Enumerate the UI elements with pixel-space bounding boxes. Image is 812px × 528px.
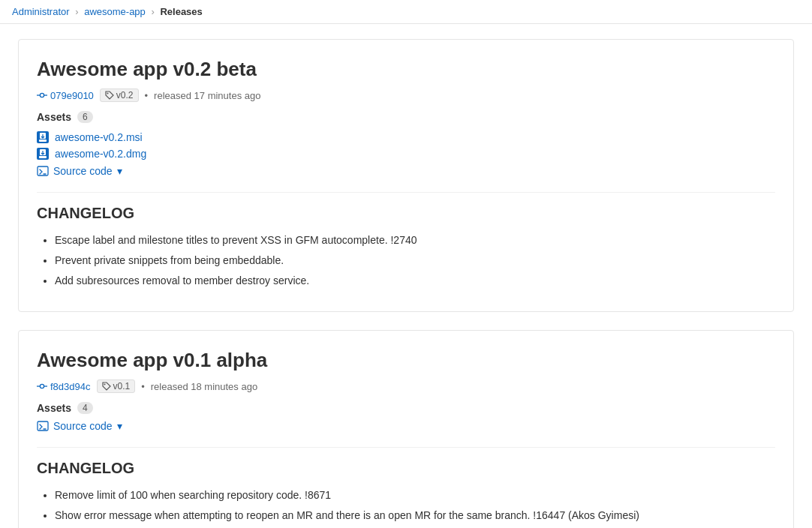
source-code-link-1[interactable]: Source code ▾	[37, 165, 775, 177]
changelog-item: Escape label and milestone titles to pre…	[55, 232, 775, 248]
asset-download-icon	[37, 131, 49, 143]
svg-rect-8	[38, 166, 48, 176]
source-code-chevron-1: ▾	[117, 165, 122, 177]
changelog-title-1: CHANGELOG	[37, 205, 775, 222]
release-item-2: Awesome app v0.1 alpha f8d3d94c v0.1 • r…	[18, 330, 794, 528]
release-meta-2: f8d3d94c v0.1 • released 18 minutes ago	[37, 380, 775, 393]
tag-icon-2	[102, 382, 111, 391]
breadcrumb: Administrator › awesome-app › Releases	[0, 0, 812, 24]
asset-msi-link[interactable]: awesome-v0.2.msi	[37, 129, 775, 146]
assets-count-2: 4	[77, 402, 93, 414]
breadcrumb-current: Releases	[160, 6, 202, 17]
release-item: Awesome app v0.2 beta 079e9010 v0.2 • re…	[18, 39, 794, 312]
svg-rect-13	[38, 422, 48, 430]
assets-label-2: Assets	[37, 402, 71, 414]
release-meta: 079e9010 v0.2 • released 17 minutes ago	[37, 88, 775, 102]
meta-separator: •	[145, 90, 149, 101]
asset-dmg-link[interactable]: awesome-v0.2.dmg	[37, 146, 775, 162]
svg-rect-7	[39, 156, 47, 158]
changelog-section-1: CHANGELOG Escape label and milestone tit…	[37, 192, 775, 289]
changelog-section-2: CHANGELOG Remove limit of 100 when searc…	[37, 447, 775, 528]
assets-list: awesome-v0.2.msi awesome-v0.2.dmg	[37, 129, 775, 177]
changelog-title-2: CHANGELOG	[37, 460, 775, 477]
commit-icon-2	[37, 381, 47, 392]
source-code-link-2[interactable]: Source code ▾	[37, 420, 775, 432]
source-code-label-2: Source code	[53, 420, 113, 432]
changelog-item: Add subresources removal to member destr…	[55, 273, 775, 289]
changelog-list-1: Escape label and milestone titles to pre…	[37, 232, 775, 289]
release-time: released 17 minutes ago	[154, 90, 260, 101]
breadcrumb-administrator[interactable]: Administrator	[12, 6, 70, 17]
source-code-icon-2	[37, 420, 49, 432]
tag-badge: v0.2	[100, 88, 139, 102]
changelog-item-2a: Remove limit of 100 when searching repos…	[55, 488, 775, 503]
tag-badge-2: v0.1	[97, 380, 136, 393]
meta-separator-2: •	[141, 381, 145, 392]
source-code-label-1: Source code	[53, 165, 113, 177]
commit-hash-link[interactable]: 079e9010	[37, 90, 94, 101]
release-title: Awesome app v0.2 beta	[37, 58, 775, 81]
source-code-icon	[37, 165, 49, 177]
assets-list-2: Source code ▾	[37, 420, 775, 432]
commit-hash-link-2[interactable]: f8d3d94c	[37, 381, 91, 392]
main-content: Awesome app v0.2 beta 079e9010 v0.2 • re…	[0, 24, 812, 528]
svg-point-12	[104, 384, 105, 386]
changelog-list-2: Remove limit of 100 when searching repos…	[37, 488, 775, 528]
assets-header-2: Assets 4	[37, 402, 775, 414]
commit-icon	[37, 90, 47, 100]
tag-icon	[105, 91, 114, 100]
breadcrumb-sep-2: ›	[151, 6, 154, 17]
source-code-chevron-2: ▾	[117, 420, 122, 432]
changelog-item-2b: Show error message when attempting to re…	[55, 508, 775, 524]
assets-label: Assets	[37, 111, 71, 123]
svg-rect-5	[39, 140, 47, 142]
breadcrumb-sep-1: ›	[75, 6, 78, 17]
svg-point-9	[40, 384, 44, 388]
svg-point-0	[40, 93, 44, 97]
asset-download-icon-2	[37, 148, 49, 160]
assets-header: Assets 6	[37, 111, 775, 123]
breadcrumb-awesome-app[interactable]: awesome-app	[84, 6, 146, 17]
svg-point-3	[107, 93, 108, 94]
changelog-item: Prevent private snippets from being embe…	[55, 253, 775, 268]
assets-count: 6	[77, 111, 93, 123]
release-title-2: Awesome app v0.1 alpha	[37, 349, 775, 372]
release-time-2: released 18 minutes ago	[151, 381, 257, 392]
